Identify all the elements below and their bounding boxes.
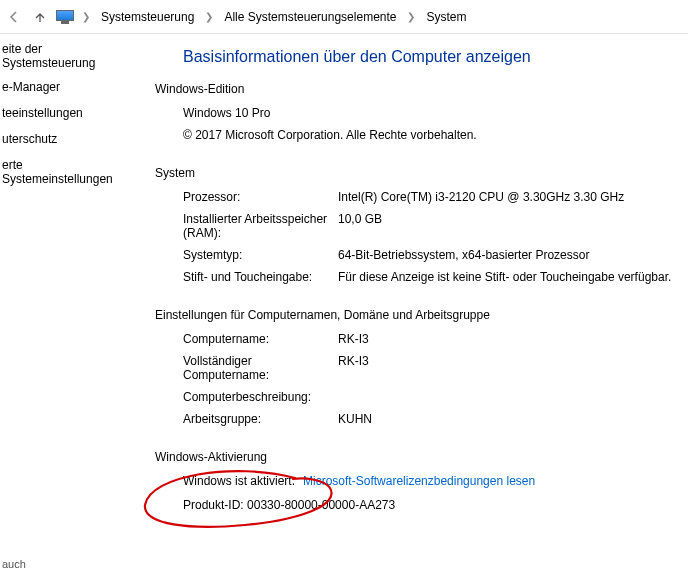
- systemtype-label: Systemtyp:: [183, 248, 338, 262]
- touch-label: Stift- und Toucheingabe:: [183, 270, 338, 284]
- breadcrumb-item[interactable]: System: [423, 8, 469, 26]
- copyright-text: © 2017 Microsoft Corporation. Alle Recht…: [183, 128, 477, 142]
- sidebar: eite der Systemsteuerung e-Manager teein…: [0, 34, 135, 578]
- sidebar-link-remote[interactable]: teeinstellungen: [2, 106, 133, 120]
- ram-value: 10,0 GB: [338, 212, 678, 240]
- touch-value: Für diese Anzeige ist keine Stift- oder …: [338, 270, 678, 284]
- section-edition-heading: Windows-Edition: [155, 82, 678, 96]
- workgroup-label: Arbeitsgruppe:: [183, 412, 338, 426]
- processor-value: Intel(R) Core(TM) i3-2120 CPU @ 3.30GHz …: [338, 190, 678, 204]
- computer-icon: [56, 10, 74, 24]
- breadcrumb-item[interactable]: Systemsteuerung: [98, 8, 197, 26]
- workgroup-value: KUHN: [338, 412, 678, 426]
- product-id-value: 00330-80000-00000-AA273: [247, 498, 395, 512]
- fullname-label: Vollständiger Computername:: [183, 354, 338, 382]
- product-id-label: Produkt-ID:: [183, 498, 244, 512]
- section-system-heading: System: [155, 166, 678, 180]
- sidebar-link-protection[interactable]: uterschutz: [2, 132, 133, 146]
- activation-status: Windows ist aktiviert.: [183, 474, 295, 488]
- systemtype-value: 64-Bit-Betriebssystem, x64-basierter Pro…: [338, 248, 678, 262]
- description-value: [338, 390, 678, 404]
- sidebar-title: eite der Systemsteuerung: [2, 42, 133, 70]
- nav-back-icon[interactable]: [4, 7, 24, 27]
- sidebar-link-manager[interactable]: e-Manager: [2, 80, 133, 94]
- sidebar-link-advanced[interactable]: erte Systemeinstellungen: [2, 158, 133, 186]
- ram-label: Installierter Arbeitsspeicher (RAM):: [183, 212, 338, 240]
- main-content: Basisinformationen über den Computer anz…: [135, 34, 688, 578]
- computername-value: RK-I3: [338, 332, 678, 346]
- page-title: Basisinformationen über den Computer anz…: [183, 48, 678, 66]
- chevron-right-icon: ❯: [405, 11, 417, 22]
- section-names-heading: Einstellungen für Computernamen, Domäne …: [155, 308, 678, 322]
- fullname-value: RK-I3: [338, 354, 678, 382]
- nav-up-icon[interactable]: [30, 7, 50, 27]
- license-terms-link[interactable]: Microsoft-Softwarelizenzbedingungen lese…: [303, 474, 535, 488]
- computername-label: Computername:: [183, 332, 338, 346]
- breadcrumb-bar: ❯ Systemsteuerung ❯ Alle Systemsteuerung…: [0, 0, 688, 34]
- processor-label: Prozessor:: [183, 190, 338, 204]
- breadcrumb-item[interactable]: Alle Systemsteuerungselemente: [221, 8, 399, 26]
- sidebar-footer: auch: [2, 558, 26, 570]
- windows-product: Windows 10 Pro: [183, 106, 270, 120]
- chevron-right-icon: ❯: [203, 11, 215, 22]
- section-activation-heading: Windows-Aktivierung: [155, 450, 678, 464]
- description-label: Computerbeschreibung:: [183, 390, 338, 404]
- chevron-right-icon: ❯: [80, 11, 92, 22]
